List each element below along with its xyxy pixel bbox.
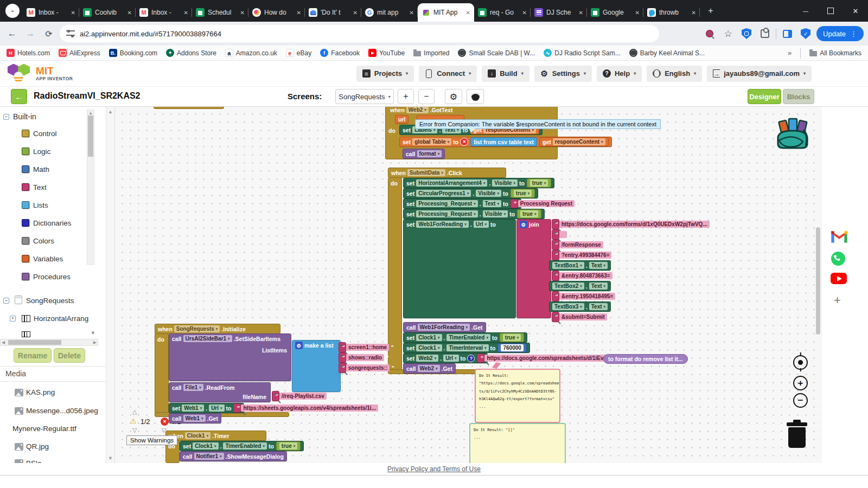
variable-dropdown[interactable]: responseContent [553,138,605,145]
project-properties-button[interactable] [467,89,484,104]
remove-screen-button[interactable] [418,89,435,104]
block-set-processing-text[interactable]: setProcessing_RequestTextto Processing R… [403,198,521,209]
browser-tab-google[interactable]: Google [587,3,643,22]
screen-selector-dropdown[interactable]: SongRequests [335,89,394,104]
tab-search-chevron-icon[interactable] [5,4,20,18]
help-badge-icon[interactable] [467,355,475,362]
component-dropdown[interactable]: Web2 [418,365,440,372]
mit-appinventor-logo[interactable]: MITAPP INVENTOR [7,63,73,85]
block-when-songrequests-initialize[interactable]: when SongRequests .Initialize [155,324,280,334]
join-arg-entry3[interactable]: &entry.1950418495= [552,291,559,301]
new-tab-button[interactable] [703,3,718,18]
block-make-a-list[interactable]: make a list [292,340,341,392]
tree-scroll-down-icon[interactable] [91,330,95,336]
block-logic-true[interactable]: true [510,189,535,198]
browser-tab-mitapp-search[interactable]: mit app [361,3,418,22]
browser-tab-howdo[interactable]: How do [248,3,305,22]
scroll-up-icon[interactable] [88,111,93,115]
minimize-button[interactable] [793,0,818,22]
component-dropdown[interactable]: Clock1 [185,432,210,439]
component-dropdown[interactable]: UrsAI2SideBar1 [183,335,232,342]
zoom-in-button[interactable]: + [793,376,808,390]
property-dropdown[interactable]: Visible [492,179,518,187]
bookmark-smallscale[interactable]: Small Scale DAB | W... [458,49,535,57]
component-dropdown[interactable]: Web1ForReading [416,221,469,228]
delete-button[interactable]: Delete [54,348,85,363]
show-warnings-tooltip[interactable]: Show Warnings [126,435,177,445]
block-set-clock1-timerenabled-2[interactable]: setClock1TimerEnabledto true [180,441,304,451]
browser-tab-doit[interactable]: 'Do It' t [305,3,361,22]
component-dropdown[interactable]: TextBox3 [552,303,584,310]
join-arg-textbox2-text[interactable]: TextBox2Text [549,281,611,291]
property-dropdown[interactable]: Visible [483,210,508,217]
address-bar[interactable]: ai2.appinventor.mit.edu/#571790003889766… [60,25,659,42]
tab-close-icon[interactable] [579,10,583,16]
youtube-shortcut-icon[interactable] [831,273,847,284]
component-dropdown[interactable]: Web1 [182,404,204,412]
bookmark-facebook[interactable]: Facebook [320,49,360,57]
component-dropdown[interactable]: Processing_Request [416,200,477,207]
tab-close-icon[interactable] [466,10,470,16]
blocks-canvas[interactable]: when Web2 .GotText url do set Labels Tex… [115,107,822,463]
component-dropdown[interactable]: Web2 [416,355,438,362]
help-menu-button[interactable]: Help [597,66,642,82]
restore-button[interactable] [818,0,843,22]
block-set-web1forreading-url[interactable]: setWeb1ForReadingUrlto [403,219,516,318]
block-logic-true[interactable]: true [527,178,551,188]
center-blocks-button[interactable] [793,355,808,370]
component-dropdown[interactable]: Clock1 [193,442,218,450]
tab-close-icon[interactable] [410,10,414,16]
browser-tab-mit-appinventor-active[interactable]: MIT App [418,3,474,22]
property-dropdown[interactable]: Url [443,355,458,362]
menu-dots-icon[interactable] [850,30,857,38]
block-call-web1-get[interactable]: callWeb1.Get [169,413,221,423]
close-button[interactable] [843,0,868,22]
join-arg-entry2[interactable]: &entry.804873663= [552,271,559,281]
collapse-warnings-down-icon[interactable] [132,427,137,434]
clipped-block-sliver[interactable] [154,107,224,109]
settings-menu-button[interactable]: Settings [534,66,592,82]
media-item-qr[interactable]: QR.jpg [26,442,49,451]
block-filename-string[interactable]: //req-Playlist.csv [272,391,279,401]
join-arg-entry1[interactable]: ?entry.499384476= [552,250,559,260]
bookmark-youtube[interactable]: YouTube [368,49,405,57]
palette-item-procedures[interactable]: Procedures [33,273,71,281]
do-it-result-note-1[interactable]: Do It Result: "https://docs.google.com/s… [475,369,560,423]
bookmark-barbykeel[interactable]: Barby Keel Animal S... [629,49,705,57]
bookmarks-overflow-icon[interactable] [788,49,792,57]
bookmark-djradio[interactable]: DJ Radio Script Sam... [544,49,620,57]
bookmark-hotels[interactable]: Hotels.com [7,49,50,57]
component-dropdown[interactable]: SongRequests [174,325,220,332]
mutator-gear-icon[interactable] [520,221,527,228]
mutator-gear-icon[interactable] [295,342,303,349]
site-settings-icon[interactable] [66,30,75,37]
palette-item-dictionaries[interactable]: Dictionaries [33,219,72,227]
gmail-shortcut-icon[interactable] [831,230,848,243]
error-badge-icon[interactable] [460,138,468,146]
zoom-icon[interactable] [706,30,713,37]
tree-node-horizontalarrangement[interactable]: HorizontalArrang [34,314,88,323]
collapse-warnings-up-icon[interactable] [132,408,137,415]
property-dropdown[interactable]: Text [483,200,501,207]
build-menu-button[interactable]: Build [482,66,529,82]
scroll-thumb[interactable] [8,340,61,345]
scroll-thumb[interactable] [88,115,93,157]
property-dropdown[interactable]: Text [589,262,608,269]
chrome-update-button[interactable]: Update [816,26,864,41]
component-dropdown[interactable]: Web1ForReading [418,324,470,331]
block-text-string[interactable]: https://sheets.googleapis.com/v4/spreads… [233,403,241,413]
block-call-web2-get[interactable]: callWeb2.Get [403,363,456,374]
browser-tab-inbox1[interactable]: Inbox - [23,3,79,22]
component-dropdown[interactable]: TextBox1 [552,262,584,269]
palette-item-math[interactable]: Math [33,165,49,174]
zoom-out-button[interactable]: − [793,393,808,408]
block-logic-true[interactable]: true [517,209,541,219]
bookmark-imported[interactable]: Imported [413,49,449,57]
block-number-760000[interactable]: 760000 [497,343,526,352]
block-text-string[interactable]: https://docs.google.com/spreadsheets/d/1… [477,354,484,363]
block-call-web1forreading-get[interactable]: callWeb1ForReading.Get [403,322,486,332]
property-dropdown[interactable]: Url [209,404,224,412]
left-panel-scrollbar[interactable] [106,107,115,463]
tab-close-icon[interactable] [353,10,358,16]
connect-menu-button[interactable]: Connect [419,66,477,82]
